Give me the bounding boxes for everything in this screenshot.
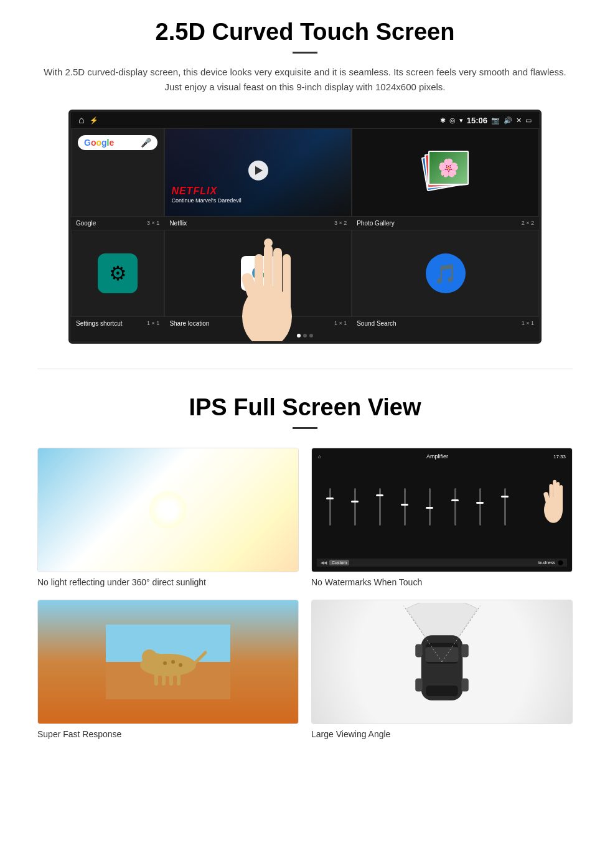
- sound-icon-wrap: 🎵: [426, 253, 466, 293]
- section2-title: IPS Full Screen View: [37, 394, 573, 421]
- status-right: ✱ ◎ ▾ 15:06 📷 🔊 ✕ ▭: [440, 116, 532, 125]
- settings-cell[interactable]: ⚙: [71, 230, 164, 317]
- play-triangle-icon: [255, 166, 263, 175]
- svg-rect-10: [556, 482, 560, 510]
- section-separator: [37, 369, 573, 369]
- feature-angle-img: [311, 600, 573, 724]
- settings-icon-wrap: ⚙: [98, 253, 138, 293]
- svg-rect-4: [283, 254, 291, 310]
- svg-point-6: [264, 238, 273, 247]
- section1-description: With 2.5D curved-display screen, this de…: [37, 65, 573, 95]
- status-left: ⌂ ⚡: [78, 115, 98, 126]
- sunlight-scene: [38, 448, 298, 572]
- share-location-cell[interactable]: G: [164, 230, 352, 317]
- wifi-icon: ▾: [459, 116, 463, 125]
- svg-point-18: [163, 661, 167, 665]
- svg-point-17: [142, 649, 157, 664]
- google-mic-icon[interactable]: 🎤: [141, 138, 151, 148]
- location-icon: ◎: [449, 116, 456, 125]
- photo-stack: 🌸: [421, 148, 471, 197]
- feature-angle-caption: Large Viewing Angle: [311, 729, 573, 739]
- google-label: Google 3 × 1: [71, 217, 164, 230]
- svg-point-20: [179, 663, 182, 667]
- svg-rect-30: [461, 644, 468, 658]
- svg-rect-9: [553, 480, 556, 510]
- volume-icon: 🔊: [504, 116, 512, 125]
- home-icon[interactable]: ⌂: [78, 115, 85, 126]
- photo-gallery-cell[interactable]: 🌸: [352, 128, 539, 217]
- window-icon: ▭: [525, 116, 532, 125]
- svg-rect-31: [415, 679, 422, 692]
- svg-rect-32: [461, 679, 468, 692]
- feature-response-caption: Super Fast Response: [37, 729, 299, 739]
- hand-touch-svg: [535, 463, 572, 526]
- svg-point-19: [171, 660, 175, 664]
- svg-rect-27: [425, 647, 458, 662]
- car-top-view-svg: [398, 603, 486, 721]
- svg-rect-23: [169, 673, 173, 686]
- photo-gallery-label: Photo Gallery 2 × 2: [352, 217, 539, 230]
- device-screen: Screen Size 9" ⌂ ⚡ ✱ ◎ ▾ 15:06 📷: [68, 110, 542, 344]
- x-icon: ✕: [516, 116, 522, 125]
- app-grid-bottom: ⚙ G: [71, 230, 539, 317]
- svg-rect-28: [426, 686, 458, 696]
- section2-divider: [293, 427, 317, 429]
- amplifier-screen: ⌂ Amplifier 17:33: [312, 448, 572, 572]
- sun-glow: [149, 491, 187, 529]
- section1-divider: [293, 52, 317, 54]
- ips-features-grid: No light reflecting under 360° direct su…: [37, 448, 573, 739]
- section1-title: 2.5D Curved Touch Screen: [37, 19, 573, 45]
- svg-rect-2: [264, 245, 273, 310]
- svg-rect-3: [273, 248, 282, 310]
- settings-label: Settings shortcut 1 × 1: [71, 317, 164, 330]
- play-button[interactable]: [248, 161, 268, 181]
- cheetah-scene: [38, 600, 298, 724]
- feature-sunlight-img: [37, 448, 299, 572]
- amp-title: Amplifier: [426, 453, 448, 460]
- amp-time: 17:33: [553, 454, 566, 460]
- google-widget-cell[interactable]: Google 🎤: [71, 128, 164, 217]
- status-time: 15:06: [467, 116, 487, 125]
- usb-icon: ⚡: [90, 116, 98, 125]
- sound-search-cell[interactable]: 🎵: [352, 230, 539, 317]
- google-widget: Google 🎤: [72, 129, 164, 216]
- feature-sunlight-caption: No light reflecting under 360° direct su…: [37, 577, 299, 587]
- feature-response-img: [37, 600, 299, 724]
- music-note-icon: 🎵: [434, 263, 457, 285]
- svg-rect-22: [162, 673, 166, 686]
- car-scene: [312, 600, 572, 724]
- status-bar: ⌂ ⚡ ✱ ◎ ▾ 15:06 📷 🔊 ✕ ▭: [71, 112, 539, 128]
- flower-icon: 🌸: [438, 158, 459, 178]
- cheetah-svg: [106, 625, 230, 699]
- amp-home-icon: ⌂: [318, 454, 321, 460]
- camera-icon: 📷: [491, 116, 500, 125]
- svg-rect-24: [177, 673, 181, 686]
- feature-sunlight: No light reflecting under 360° direct su…: [37, 448, 299, 587]
- feature-viewing-angle: Large Viewing Angle: [311, 600, 573, 739]
- svg-rect-29: [415, 644, 422, 658]
- google-search-bar[interactable]: Google 🎤: [78, 135, 157, 150]
- feature-watermarks-caption: No Watermarks When Touch: [311, 577, 573, 587]
- gear-icon: ⚙: [109, 262, 127, 285]
- hand-overlay: [220, 192, 314, 344]
- sound-search-label: Sound Search 1 × 1: [352, 317, 539, 330]
- feature-watermarks-img: ⌂ Amplifier 17:33: [311, 448, 573, 572]
- screen-size-badge: Screen Size 9": [539, 112, 542, 172]
- svg-rect-11: [560, 485, 563, 510]
- feature-watermarks: ⌂ Amplifier 17:33: [311, 448, 573, 587]
- amp-header: ⌂ Amplifier 17:33: [316, 452, 568, 461]
- device-mockup: Screen Size 9" ⌂ ⚡ ✱ ◎ ▾ 15:06 📷: [68, 110, 542, 344]
- google-logo: Google: [84, 138, 114, 148]
- feature-response: Super Fast Response: [37, 600, 299, 739]
- hand-svg: [220, 192, 314, 344]
- photo-card-3: 🌸: [428, 151, 469, 185]
- bluetooth-icon: ✱: [440, 116, 446, 125]
- svg-rect-21: [154, 673, 158, 686]
